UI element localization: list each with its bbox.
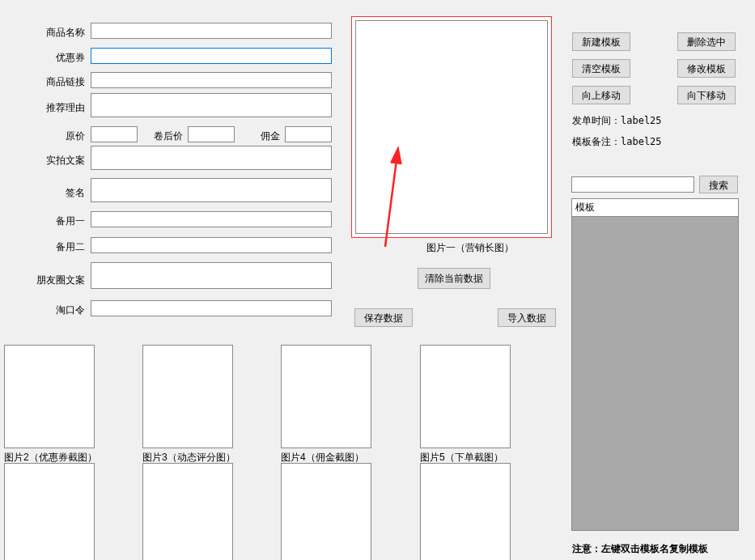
spare2-label: 备用二 [36, 240, 85, 254]
move-down-button[interactable]: 向下移动 [677, 86, 736, 104]
commission-label: 佣金 [251, 129, 280, 143]
spare1-label: 备用一 [36, 214, 85, 228]
image5-box[interactable] [420, 345, 511, 448]
image2-box[interactable] [4, 345, 95, 448]
tao-password-label: 淘口令 [36, 303, 85, 317]
image3-box[interactable] [142, 345, 233, 448]
image6-box[interactable] [4, 463, 95, 560]
image7-box[interactable] [142, 463, 233, 560]
signature-label: 签名 [36, 186, 85, 200]
moments-copy-input[interactable] [91, 262, 332, 289]
import-data-button[interactable]: 导入数据 [498, 308, 556, 327]
after-coupon-price-label: 卷后价 [142, 129, 183, 143]
image8-box[interactable] [281, 463, 371, 560]
after-coupon-price-input[interactable] [188, 126, 235, 142]
tao-password-input[interactable] [91, 300, 332, 316]
original-price-input[interactable] [91, 126, 138, 142]
clear-current-button[interactable]: 清除当前数据 [418, 268, 490, 289]
modify-template-button[interactable]: 修改模板 [677, 59, 736, 78]
post-time-label: 发单时间：label25 [572, 114, 662, 128]
commission-input[interactable] [285, 126, 332, 142]
delete-selected-button[interactable]: 删除选中 [677, 32, 736, 51]
template-listbox[interactable]: 模板 [571, 198, 739, 531]
image9-box[interactable] [420, 463, 511, 560]
template-list-header: 模板 [572, 199, 738, 217]
search-input[interactable] [571, 176, 694, 193]
signature-input[interactable] [91, 178, 332, 202]
recommend-reason-input[interactable] [91, 93, 332, 117]
move-up-button[interactable]: 向上移动 [572, 86, 630, 104]
coupon-label: 优惠券 [36, 51, 85, 65]
product-name-label: 商品名称 [36, 26, 85, 40]
product-name-input[interactable] [91, 23, 332, 39]
search-button[interactable]: 搜索 [699, 176, 738, 193]
coupon-input[interactable] [91, 48, 332, 64]
real-shot-copy-label: 实拍文案 [36, 154, 85, 168]
image1-box[interactable] [355, 20, 548, 234]
image1-label: 图片一（营销长图） [426, 241, 514, 255]
note-label: 注意：左键双击模板名复制模板 [572, 542, 708, 556]
recommend-reason-label: 推荐理由 [36, 101, 85, 115]
product-link-input[interactable] [91, 72, 332, 88]
new-template-button[interactable]: 新建模板 [572, 32, 630, 51]
template-note-label: 模板备注：label25 [572, 135, 662, 149]
spare1-input[interactable] [91, 211, 332, 227]
spare2-input[interactable] [91, 237, 332, 253]
original-price-label: 原价 [36, 129, 85, 143]
moments-copy-label: 朋友圈文案 [32, 274, 85, 287]
save-data-button[interactable]: 保存数据 [354, 308, 413, 327]
image4-box[interactable] [281, 345, 371, 448]
clear-template-button[interactable]: 清空模板 [572, 59, 630, 78]
real-shot-copy-input[interactable] [91, 146, 332, 170]
product-link-label: 商品链接 [36, 75, 85, 89]
